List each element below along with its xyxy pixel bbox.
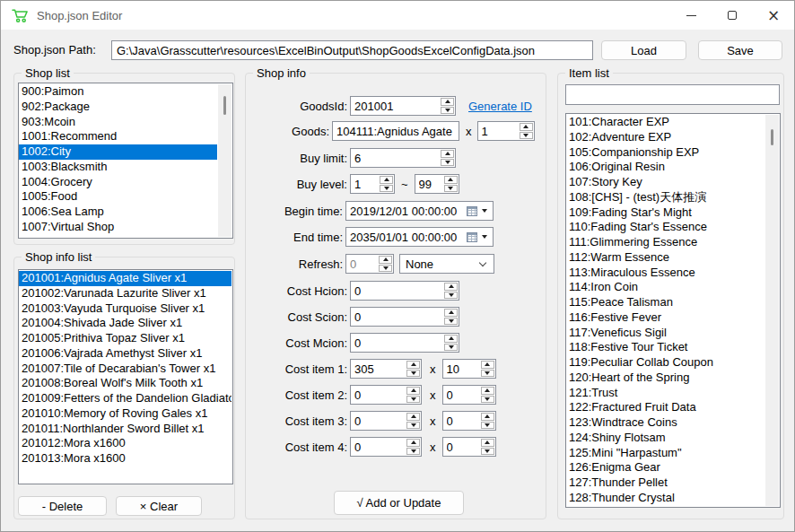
spinner-down-button[interactable] (406, 396, 420, 404)
spinner-down-button[interactable] (481, 448, 494, 456)
list-item[interactable]: 126:Enigma Gear (566, 460, 764, 475)
shop-listbox[interactable]: 900:Paimon902:Package903:Mcoin1001:Recom… (18, 83, 233, 239)
cost-item-id-spinner-input[interactable] (351, 360, 406, 378)
list-item[interactable]: 113:Miraculous Essence (566, 266, 764, 281)
list-item[interactable]: 107:Story Key (566, 175, 764, 190)
spinner-up-button[interactable] (441, 150, 454, 158)
scrollbar-thumb[interactable] (771, 129, 773, 145)
dropdown-arrow-icon[interactable] (482, 209, 487, 213)
cost-mcion-spinner[interactable] (350, 333, 459, 353)
spinner-down-button[interactable] (444, 318, 458, 326)
item-listbox[interactable]: 101:Character EXP102:Adventure EXP105:Co… (565, 113, 781, 508)
cost-item-count-spinner-input[interactable] (443, 412, 480, 430)
buy-level-min-input[interactable] (351, 175, 379, 193)
list-item[interactable]: 903:Mcoin (19, 115, 217, 130)
add-or-update-button[interactable]: √ Add or Update (334, 491, 464, 515)
spinner-down-button[interactable] (441, 159, 454, 167)
list-item[interactable]: 109:Fading Star's Might (566, 205, 764, 221)
list-item[interactable]: 118:Festive Tour Ticket (566, 340, 764, 355)
list-item[interactable]: 1003:Blacksmith (19, 160, 217, 175)
list-item[interactable]: 201005:Prithiva Topaz Sliver x1 (19, 331, 232, 346)
list-item[interactable]: 128:Thunder Crystal (566, 491, 764, 506)
list-item[interactable]: 106:Original Resin (566, 160, 764, 175)
cost-item-id-spinner[interactable] (350, 385, 422, 405)
spinner-down-button[interactable] (380, 185, 393, 193)
dropdown-arrow-icon[interactable] (482, 235, 487, 239)
cost-item-id-spinner-input[interactable] (351, 412, 406, 430)
list-item[interactable]: 201008:Boreal Wolf's Milk Tooth x1 (19, 376, 232, 391)
delete-button[interactable]: - Delete (18, 496, 107, 516)
cost-item-count-spinner[interactable] (442, 437, 496, 457)
list-item[interactable]: 1002:City (19, 144, 217, 160)
list-item[interactable]: 125:Mini "Harpastum" (566, 446, 764, 461)
list-item[interactable]: 101:Character EXP (566, 115, 764, 130)
path-input[interactable] (111, 40, 593, 60)
spinner-down-button[interactable] (444, 344, 458, 352)
cost-item-count-spinner-input[interactable] (443, 360, 480, 378)
list-item[interactable]: 114:Iron Coin (566, 280, 764, 295)
goods-count-input[interactable] (478, 122, 519, 140)
spinner-down-button[interactable] (406, 370, 420, 378)
cost-item-count-spinner[interactable] (442, 411, 496, 431)
spinner-up-button[interactable] (481, 387, 494, 395)
list-item[interactable]: 117:Veneficus Sigil (566, 326, 764, 341)
spinner-up-button[interactable] (444, 176, 458, 184)
spinner-up-button[interactable] (380, 176, 393, 184)
spinner-down-button[interactable] (406, 422, 420, 430)
cost-item-count-spinner-input[interactable] (443, 438, 480, 456)
clear-button[interactable]: × Clear (116, 496, 202, 516)
cost-hcion-input[interactable] (351, 282, 443, 300)
list-item[interactable]: 201004:Shivada Jade Sliver x1 (19, 316, 232, 331)
cost-item-count-spinner[interactable] (442, 359, 496, 379)
list-item[interactable]: 116:Festive Fever (566, 310, 764, 326)
spinner-up-button[interactable] (481, 413, 494, 421)
buy-limit-input[interactable] (351, 149, 440, 167)
close-button[interactable]: × (753, 1, 794, 30)
spinner-up-button[interactable] (406, 387, 420, 395)
list-item[interactable]: 111:Glimmering Essence (566, 235, 764, 250)
list-item[interactable]: 112:Warm Essence (566, 250, 764, 266)
cost-mcion-input[interactable] (351, 334, 443, 352)
list-item[interactable]: 121:Trust (566, 386, 764, 401)
list-item[interactable]: 902:Package (19, 100, 217, 115)
list-item[interactable]: 108:[CHS] - (test)天体推演 (566, 190, 764, 205)
list-item[interactable]: 120:Heart of the Spring (566, 371, 764, 386)
list-item[interactable]: 122:Fractured Fruit Data (566, 400, 764, 415)
spinner-up-button[interactable] (520, 123, 533, 131)
list-item[interactable]: 102:Adventure EXP (566, 130, 764, 145)
list-item[interactable]: 115:Peace Talisman (566, 295, 764, 310)
save-button[interactable]: Save (698, 40, 782, 60)
buy-limit-spinner[interactable] (350, 148, 456, 168)
item-list-scrollbar[interactable] (765, 115, 779, 506)
spinner-up-button[interactable] (444, 309, 458, 317)
generate-id-link[interactable]: Generate ID (468, 100, 532, 113)
spinner-down-button[interactable] (444, 185, 458, 193)
end-time-picker[interactable]: 2035/01/01 00:00:00 (345, 227, 494, 247)
goods-count-spinner[interactable] (477, 121, 535, 141)
cost-item-id-spinner[interactable] (350, 411, 422, 431)
spinner-down-button[interactable] (444, 292, 458, 300)
list-item[interactable]: 1001:Recommend (19, 129, 217, 144)
refresh-type-combobox[interactable]: None (399, 254, 494, 274)
cost-item-count-spinner[interactable] (442, 385, 496, 405)
buy-level-max-spinner[interactable] (415, 174, 459, 194)
cost-item-id-spinner-input[interactable] (351, 386, 406, 404)
cost-item-id-spinner[interactable] (350, 437, 422, 457)
cost-scion-spinner[interactable] (350, 307, 459, 327)
item-search-input[interactable] (565, 84, 780, 105)
spinner-up-button[interactable] (444, 335, 458, 343)
spinner-up-button[interactable] (441, 98, 454, 106)
list-item[interactable]: 1004:Grocery (19, 175, 217, 190)
cost-item-id-spinner-input[interactable] (351, 438, 406, 456)
buy-level-max-input[interactable] (415, 175, 443, 193)
list-item[interactable]: 201009:Fetters of the Dandelion Gladiato (19, 391, 232, 406)
list-item[interactable]: 124:Shiny Flotsam (566, 431, 764, 446)
goodsid-spinner[interactable] (350, 96, 456, 116)
list-item[interactable]: 1005:Food (19, 189, 217, 205)
list-item[interactable]: 105:Companionship EXP (566, 145, 764, 161)
list-item[interactable]: 123:Windtrace Coins (566, 415, 764, 431)
buy-level-min-spinner[interactable] (350, 174, 395, 194)
list-item[interactable]: 201012:Mora x1600 (19, 436, 232, 451)
begin-time-picker[interactable]: 2019/12/01 00:00:00 (345, 201, 494, 221)
spinner-down-button[interactable] (441, 107, 454, 115)
